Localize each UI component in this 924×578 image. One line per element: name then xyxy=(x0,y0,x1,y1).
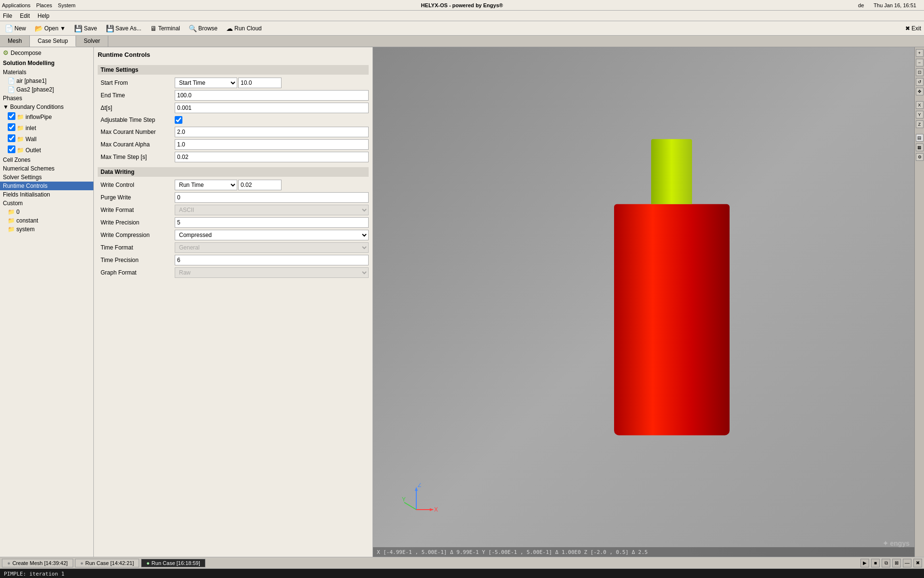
bc-inflow[interactable]: 📁 inflowPipe xyxy=(0,111,93,122)
solver-settings-label[interactable]: Solver Settings xyxy=(0,173,93,182)
custom-0[interactable]: 📁 0 xyxy=(0,208,93,216)
menubar: File Edit Help xyxy=(0,11,924,21)
custom-system[interactable]: 📁 system xyxy=(0,225,93,234)
decompose-button[interactable]: ⚙ Decompose xyxy=(0,47,93,58)
time-format-row: Time Format General xyxy=(98,241,369,254)
write-control-row: Write Control Run Time Time Step Adjusta… xyxy=(98,179,369,191)
cylinder-top xyxy=(651,139,692,204)
material-gas2[interactable]: 📄 Gas2 [phase2] xyxy=(0,85,93,94)
tab-solver[interactable]: Solver xyxy=(76,36,108,47)
max-courant-input[interactable] xyxy=(175,127,369,137)
exit-button[interactable]: ✖ Exit xyxy=(905,25,921,32)
app-menu-applications[interactable]: Applications xyxy=(2,2,30,8)
browse-button[interactable]: 🔍 Browse xyxy=(187,24,219,33)
vp-colorbar[interactable]: ▤ xyxy=(916,134,924,142)
time-precision-input[interactable] xyxy=(175,255,369,265)
viewport[interactable]: Z Y X ✦ engys X [-4.99E-1 , 5.00E-1] Δ 9… xyxy=(373,47,924,557)
vp-zoom-out[interactable]: − xyxy=(916,59,924,66)
menu-help[interactable]: Help xyxy=(38,13,50,19)
vp-fit[interactable]: ⊡ xyxy=(916,68,924,76)
fields-init-label[interactable]: Fields Initialisation xyxy=(0,190,93,199)
app-menu-system[interactable]: System xyxy=(58,2,76,8)
boundary-conditions-section[interactable]: ▼ Boundary Conditions xyxy=(0,103,93,111)
vp-view-z[interactable]: Z xyxy=(916,120,924,128)
numerical-schemes-label[interactable]: Numerical Schemes xyxy=(0,164,93,173)
graph-format-select: Raw xyxy=(175,267,369,278)
bc-inlet-checkbox[interactable] xyxy=(8,123,15,131)
save-as-button[interactable]: 💾 Save As... xyxy=(104,24,143,33)
vp-rotate[interactable]: ↺ xyxy=(916,78,924,86)
svg-marker-7 xyxy=(430,508,434,511)
bc-inflow-checkbox[interactable] xyxy=(8,112,15,120)
vp-setting[interactable]: ⚙ xyxy=(916,153,924,161)
purge-write-input[interactable] xyxy=(175,192,369,203)
terminal-button[interactable]: 🖥 Terminal xyxy=(148,24,182,33)
delta-t-label: Δt[s] xyxy=(98,105,175,111)
max-time-step-row: Max Time Step [s] xyxy=(98,151,369,163)
app-menu-places[interactable]: Places xyxy=(36,2,52,8)
console-ctrl-play[interactable]: ▶ xyxy=(860,559,869,567)
write-precision-input[interactable] xyxy=(175,217,369,228)
max-time-step-input[interactable] xyxy=(175,152,369,162)
max-courant-row: Max Courant Number xyxy=(98,126,369,138)
console-ctrl-clear[interactable]: ⊠ xyxy=(892,559,901,567)
vp-view-y[interactable]: Y xyxy=(916,111,924,118)
bc-inlet[interactable]: 📁 inlet xyxy=(0,122,93,133)
menu-edit[interactable]: Edit xyxy=(20,13,30,19)
vp-pan[interactable]: ✥ xyxy=(916,88,924,95)
run-cloud-button[interactable]: ☁ Run Cloud xyxy=(224,24,264,33)
svg-text:Z: Z xyxy=(418,483,421,488)
console-tab-controls: ▶ ■ ⧉ ⊠ — ✖ xyxy=(860,559,922,567)
write-compression-select[interactable]: Compressed Uncompressed xyxy=(175,230,369,240)
delta-t-row: Δt[s] xyxy=(98,102,369,114)
start-time-input[interactable] xyxy=(238,78,282,88)
bc-outlet-checkbox[interactable] xyxy=(8,145,15,153)
create-mesh-dot: ● xyxy=(7,560,11,566)
vp-view-x[interactable]: X xyxy=(916,101,924,109)
console-ctrl-stop[interactable]: ■ xyxy=(871,559,880,567)
toolbar: 📄 New 📂 Open ▼ 💾 Save 💾 Save As... 🖥 Ter… xyxy=(0,21,924,36)
console-tab-create-mesh[interactable]: ● Create Mesh [14:39:42] xyxy=(2,559,73,567)
bc-wall-checkbox[interactable] xyxy=(8,134,15,142)
console-tab-run-case-1[interactable]: ● Run Case [14:42:21] xyxy=(75,559,140,567)
coord-bar: X [-4.99E-1 , 5.00E-1] Δ 9.99E-1 Y [-5.0… xyxy=(373,547,914,557)
tab-case-setup[interactable]: Case Setup xyxy=(30,36,76,47)
write-control-num-input[interactable] xyxy=(238,180,282,190)
console-ctrl-copy[interactable]: ⧉ xyxy=(882,559,890,567)
delta-t-input[interactable] xyxy=(175,103,369,113)
console-output: PIMPLE: iteration 1 MULES: Solving for a… xyxy=(0,569,924,578)
bc-outlet[interactable]: 📁 Outlet xyxy=(0,144,93,156)
system-topbar: Applications Places System HELYX-OS - po… xyxy=(0,0,924,11)
console-close[interactable]: ✖ xyxy=(913,559,922,567)
end-time-label: End Time xyxy=(98,92,175,99)
material-air[interactable]: 📄 air [phase1] xyxy=(0,77,93,85)
start-from-select[interactable]: Start Time Latest Time First Time xyxy=(175,78,237,88)
axes-indicator: Z Y X xyxy=(402,483,440,518)
bc-outlet-icon: 📁 xyxy=(17,147,24,154)
max-courant-alpha-input[interactable] xyxy=(175,139,369,150)
start-from-select-container: Start Time Latest Time First Time xyxy=(175,78,282,88)
save-button[interactable]: 💾 Save xyxy=(72,24,99,33)
end-time-input[interactable] xyxy=(175,90,369,101)
adjustable-checkbox[interactable] xyxy=(175,116,182,124)
custom-constant[interactable]: 📁 constant xyxy=(0,216,93,225)
bc-wall[interactable]: 📁 Wall xyxy=(0,133,93,144)
write-format-select: ASCII xyxy=(175,205,369,215)
runtime-controls-label[interactable]: Runtime Controls xyxy=(0,182,93,190)
console-minimize[interactable]: — xyxy=(903,559,911,567)
open-dropdown-icon: ▼ xyxy=(60,25,65,32)
new-button[interactable]: 📄 New xyxy=(3,24,28,33)
write-format-label: Write Format xyxy=(98,207,175,213)
vp-legend[interactable]: ▦ xyxy=(916,144,924,151)
bc-inflow-icon: 📁 xyxy=(17,114,24,120)
write-control-select[interactable]: Run Time Time Step Adjustable xyxy=(175,180,237,190)
max-courant-alpha-label: Max Courant Alpha xyxy=(98,141,175,148)
vp-zoom-in[interactable]: + xyxy=(916,49,924,57)
menu-file[interactable]: File xyxy=(3,13,12,19)
console-tab-run-case-2[interactable]: ● Run Case [16:18:59] xyxy=(141,559,205,567)
write-control-label: Write Control xyxy=(98,182,175,188)
tab-mesh[interactable]: Mesh xyxy=(0,36,30,47)
open-button[interactable]: 📂 Open ▼ xyxy=(33,24,67,33)
time-format-label: Time Format xyxy=(98,244,175,251)
max-courant-label: Max Courant Number xyxy=(98,129,175,135)
